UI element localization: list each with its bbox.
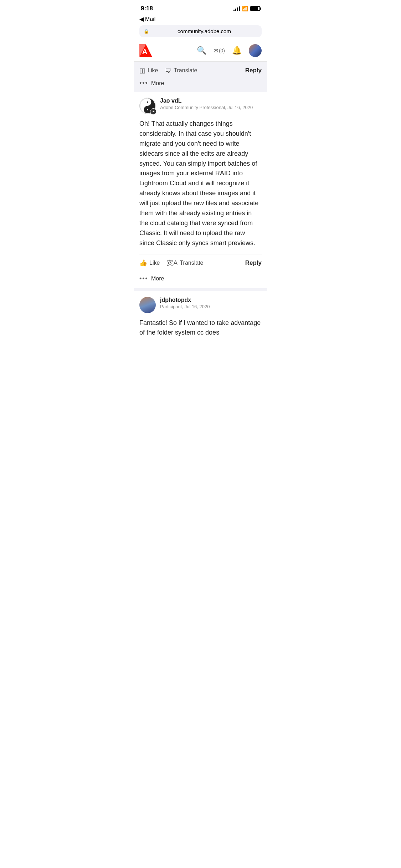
status-icons: 📶 (233, 6, 260, 11)
comment-2-body: Fantastic! So if I wanted to take advant… (139, 318, 262, 344)
more-text-1: More (151, 275, 164, 282)
more-bar-1[interactable]: ••• More (139, 272, 262, 288)
more-bar-top[interactable]: ••• More (134, 78, 267, 92)
badge-icon: ★ (150, 108, 156, 115)
section-divider (134, 288, 267, 291)
user-avatar-2 (139, 297, 156, 313)
user-info-2: jdphotopdx Participant, Jul 16, 2020 (160, 297, 262, 309)
avatar[interactable] (249, 44, 262, 57)
thumbs-up-icon-1: 👍 (139, 259, 147, 267)
back-arrow-icon: ◀ (139, 16, 144, 22)
translate-icon-1: 変A (167, 259, 178, 267)
like-button-top[interactable]: ◫ Like (139, 67, 158, 74)
reply-button-1[interactable]: Reply (245, 259, 262, 267)
comment-1-header: ★ Jao vdL Adobe Community Professional, … (139, 98, 262, 114)
battery-icon (250, 6, 260, 11)
back-label: Mail (145, 16, 155, 22)
user-role-1: Adobe Community Professional, Jul 16, 20… (160, 105, 262, 110)
comment-1-body: Oh! That actually changes things conside… (139, 119, 262, 254)
user-role-2: Participant, Jul 16, 2020 (160, 304, 262, 309)
reply-label-top: Reply (245, 67, 262, 74)
search-icon[interactable]: 🔍 (197, 46, 206, 55)
translate-icon-top: 🗨 (165, 67, 171, 74)
adobe-logo-icon[interactable]: A (139, 44, 152, 57)
reply-label-1: Reply (245, 259, 262, 267)
mail-icon: ✉ (214, 47, 218, 54)
svg-point-6 (147, 102, 148, 103)
status-bar: 9:18 📶 (134, 0, 267, 14)
username-2: jdphotopdx (160, 297, 262, 303)
more-text-top: More (151, 80, 164, 87)
lock-icon: 🔒 (144, 29, 149, 34)
header-icons: 🔍 ✉ (0) 🔔 (197, 44, 262, 57)
bell-icon[interactable]: 🔔 (232, 46, 242, 55)
nav-back[interactable]: ◀ Mail (134, 14, 267, 25)
like-button-1[interactable]: 👍 Like (139, 259, 160, 267)
url-text: community.adobe.com (151, 28, 257, 34)
like-label-top: Like (148, 67, 158, 74)
user-avatar-1: ★ (139, 98, 156, 114)
status-time: 9:18 (141, 5, 153, 12)
like-label-1: Like (149, 260, 160, 266)
more-dots-icon-top: ••• (139, 79, 148, 87)
username-1: Jao vdL (160, 98, 262, 104)
adobe-header: A 🔍 ✉ (0) 🔔 (134, 40, 267, 62)
translate-label-top: Translate (174, 67, 197, 74)
wifi-icon: 📶 (242, 6, 248, 11)
comment-2-card: jdphotopdx Participant, Jul 16, 2020 Fan… (134, 291, 267, 344)
translate-label-1: Translate (180, 260, 203, 266)
content-area: ◫ Like 🗨 Translate Reply ••• More (134, 62, 267, 343)
more-dots-icon-1: ••• (139, 275, 148, 283)
mail-count: (0) (219, 48, 225, 53)
top-action-bar: ◫ Like 🗨 Translate Reply (134, 62, 267, 78)
translate-button-1[interactable]: 変A Translate (167, 259, 203, 267)
folder-system-link[interactable]: folder system (157, 329, 195, 336)
svg-text:A: A (142, 47, 148, 56)
mail-area[interactable]: ✉ (0) (214, 47, 225, 54)
user-info-1: Jao vdL Adobe Community Professional, Ju… (160, 98, 262, 110)
reply-button-top[interactable]: Reply (245, 67, 262, 74)
translate-button-top[interactable]: 🗨 Translate (165, 67, 197, 74)
comment-1-actions: 👍 Like 変A Translate Reply (139, 254, 262, 272)
bookmark-icon: ◫ (139, 67, 145, 74)
comment-1-card: ★ Jao vdL Adobe Community Professional, … (134, 92, 267, 288)
comment-2-header: jdphotopdx Participant, Jul 16, 2020 (139, 297, 262, 313)
signal-bars-icon (233, 6, 240, 11)
url-bar[interactable]: 🔒 community.adobe.com (139, 25, 262, 37)
svg-point-7 (147, 109, 148, 110)
